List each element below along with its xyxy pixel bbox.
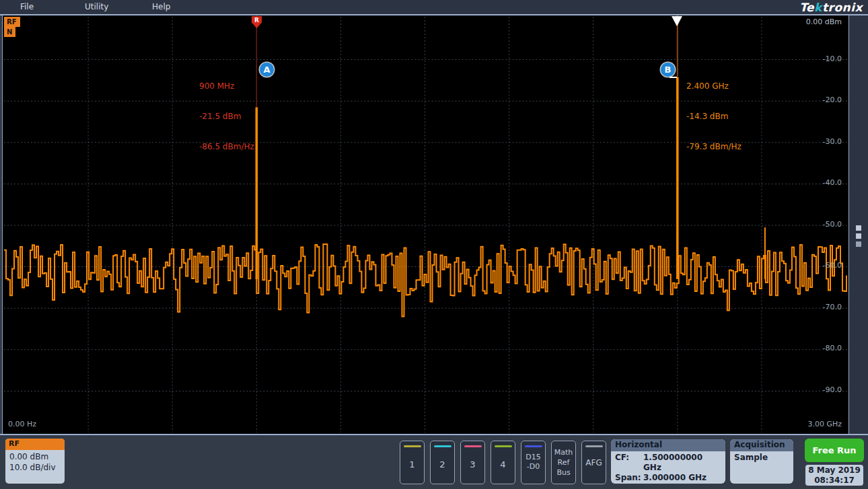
digital-color-stripe	[525, 445, 542, 447]
x-axis-stop-label: 3.00 GHz	[807, 420, 842, 428]
channel-3-label: 3	[461, 459, 484, 469]
rf-card-title: RF	[5, 439, 65, 450]
y-tick: -90.0	[823, 385, 842, 394]
free-run-button[interactable]: Free Run	[805, 439, 864, 462]
right-side-strip	[849, 15, 868, 434]
channel-4-button[interactable]: 4	[491, 441, 515, 484]
marker-a-readout: 900 MHz -21.5 dBm -86.5 dBm/Hz	[199, 61, 254, 172]
rf-source-badge[interactable]: RF N	[4, 17, 20, 37]
bus-label: Bus	[552, 467, 575, 478]
marker-b-density: -79.3 dBm/Hz	[686, 142, 742, 152]
rf-badge-label: RF	[4, 17, 20, 27]
marker-b-top-triangle[interactable]	[672, 16, 682, 26]
channel-1-button[interactable]: 1	[400, 441, 425, 484]
y-axis-top-label: 0.00 dBm	[806, 17, 842, 26]
tektronix-logo: Tektronix	[799, 1, 863, 14]
time-value: 08:34:17	[805, 476, 863, 486]
handle-dot	[856, 225, 861, 231]
x-axis-start-label: 0.00 Hz	[8, 420, 36, 428]
ref-label: Ref	[552, 457, 575, 467]
marker-b-tick	[670, 77, 677, 78]
y-tick: -80.0	[823, 344, 842, 352]
rf-scale-per-div: 10.0 dB/div	[9, 462, 61, 473]
span-label: Span:	[615, 473, 643, 483]
logo-accent-k: k	[814, 1, 822, 14]
y-tick: -40.0	[823, 178, 842, 187]
afg-button[interactable]: AFG	[581, 441, 606, 484]
channel-1-color-stripe	[404, 445, 421, 447]
y-tick: -60.0	[823, 261, 842, 270]
acquisition-panel-title: Acquisition	[730, 439, 793, 451]
cf-value: 1.500000000 GHz	[643, 453, 721, 473]
channel-3-color-stripe	[464, 445, 482, 447]
handle-dot	[856, 241, 861, 247]
rbw-value: 3.00 MHz	[643, 483, 686, 484]
afg-label: AFG	[582, 458, 606, 467]
span-value: 3.000000 GHz	[643, 473, 707, 483]
y-tick: -70.0	[823, 303, 842, 311]
spectrum-graticule: RF N 0.00 dBm -10.0 -20.0 -30.0 -40.0 -5…	[2, 15, 849, 434]
channel-4-color-stripe	[495, 445, 512, 447]
marker-b-frequency: 2.400 GHz	[686, 81, 742, 91]
y-tick: -30.0	[823, 137, 842, 146]
marker-b-readout: 2.400 GHz -14.3 dBm -79.3 dBm/Hz	[686, 61, 742, 172]
menu-file[interactable]: File	[20, 2, 34, 11]
channel-2-label: 2	[431, 459, 454, 469]
handle-dot	[856, 233, 861, 239]
menu-utility[interactable]: Utility	[85, 2, 108, 11]
panel-drag-handle[interactable]	[856, 225, 861, 250]
horizontal-panel[interactable]: Horizontal CF:1.500000000 GHz Span:3.000…	[611, 439, 725, 484]
channel-2-color-stripe	[434, 445, 451, 447]
acquisition-mode: Sample	[734, 453, 789, 463]
marker-a-bubble[interactable]: A	[260, 63, 274, 77]
acquisition-panel[interactable]: Acquisition Sample	[730, 439, 793, 484]
math-ref-bus-button[interactable]: Math Ref Bus	[551, 441, 576, 484]
marker-a-density: -86.5 dBm/Hz	[199, 142, 254, 152]
channel-3-button[interactable]: 3	[460, 441, 485, 484]
marker-b-amplitude: -14.3 dBm	[686, 112, 742, 122]
date-value: 8 May 2019	[805, 465, 863, 476]
rf-channel-badge[interactable]: RF 0.00 dBm 10.0 dB/div	[5, 439, 65, 484]
datetime-display[interactable]: 8 May 2019 08:34:17	[805, 465, 863, 486]
y-tick: -20.0	[823, 96, 842, 104]
digital-label-line1: D15	[521, 453, 545, 462]
cf-label: CF:	[615, 453, 643, 473]
channel-2-button[interactable]: 2	[430, 441, 455, 484]
marker-a-amplitude: -21.5 dBm	[199, 112, 254, 122]
digital-channels-button[interactable]: D15 -D0	[521, 441, 546, 484]
digital-label-line2: -D0	[521, 462, 545, 472]
afg-color-stripe	[585, 445, 603, 447]
channel-4-label: 4	[491, 459, 515, 469]
rf-badge-sub-label: N	[4, 27, 15, 37]
marker-a-frequency: 900 MHz	[199, 81, 254, 91]
marker-b-bubble[interactable]: B	[661, 63, 675, 77]
menu-help[interactable]: Help	[152, 2, 170, 11]
rbw-label: RBW:	[615, 483, 643, 484]
rf-reference-level: 0.00 dBm	[9, 451, 61, 462]
math-label: Math	[552, 447, 575, 457]
channel-1-label: 1	[400, 459, 424, 469]
y-tick: -10.0	[823, 54, 842, 63]
bottom-bar: RF 0.00 dBm 10.0 dB/div 1 2 3 4 D15	[0, 434, 868, 489]
menu-bar: File Utility Help Tektronix	[0, 0, 868, 15]
oscilloscope-screen: File Utility Help Tektronix RF N 0.00 dB…	[0, 0, 868, 489]
horizontal-panel-title: Horizontal	[611, 439, 725, 451]
y-tick: -50.0	[823, 220, 842, 229]
